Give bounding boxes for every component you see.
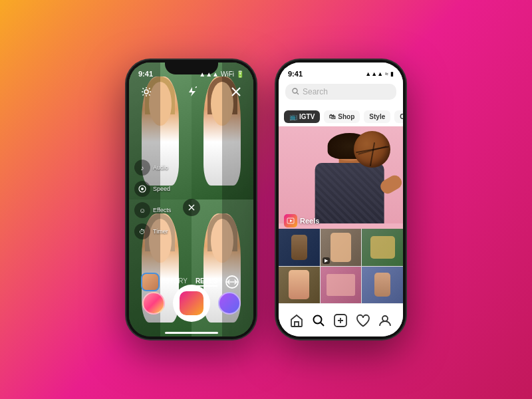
settings-button[interactable]	[137, 82, 156, 101]
thumb-6[interactable]	[362, 267, 403, 303]
svg-point-10	[293, 88, 297, 93]
igtv-icon: 📺	[289, 113, 297, 120]
thumb-1[interactable]	[279, 229, 320, 265]
camera-side-controls: ♪ Audio Speed ☺ Effects ⏱ Timer	[134, 160, 171, 239]
timer-label: Timer	[153, 228, 168, 235]
right-status-bar: 9:41 ▲▲▲ ≈ ▮	[279, 63, 403, 81]
search-bar[interactable]: Search	[279, 81, 403, 102]
left-status-bar: 9:41 ▲▲▲ WiFi 🔋	[129, 63, 253, 81]
svg-line-1	[196, 86, 197, 88]
camera-top-controls	[129, 82, 253, 101]
speed-label: Speed	[153, 186, 170, 192]
left-status-icons: ▲▲▲ WiFi 🔋	[199, 70, 244, 78]
left-time: 9:41	[138, 70, 153, 78]
svg-point-5	[141, 188, 144, 190]
signal-icon-r: ▲▲▲	[365, 70, 383, 77]
search-placeholder: Search	[303, 87, 328, 96]
flash-button[interactable]	[182, 82, 201, 101]
record-button-inner	[180, 291, 203, 315]
search-icon	[292, 88, 299, 96]
speed-icon	[134, 181, 150, 197]
cancel-button[interactable]	[183, 199, 200, 216]
tab-comics[interactable]: Comics	[394, 110, 403, 123]
reels-label: Reels	[284, 214, 319, 227]
wifi-icon-r: ≈	[385, 70, 388, 77]
thumb-2-badge: ▶	[323, 257, 330, 264]
main-content-image	[279, 126, 403, 223]
wifi-icon: WiFi	[221, 70, 234, 78]
search-box[interactable]: Search	[285, 84, 396, 100]
left-screen: 9:41 ▲▲▲ WiFi 🔋 ♪ Audio	[129, 63, 253, 336]
filter-button[interactable]	[218, 292, 241, 315]
right-status-icons: ▲▲▲ ≈ ▮	[365, 70, 394, 77]
right-time: 9:41	[288, 70, 303, 78]
effects-icon: ☺	[134, 202, 150, 218]
thumb-3[interactable]	[362, 229, 403, 265]
timer-icon: ⏱	[134, 223, 150, 239]
capture-buttons	[129, 285, 253, 322]
reels-badge-icon	[284, 214, 297, 227]
right-home-indicator	[315, 332, 368, 334]
left-phone: 9:41 ▲▲▲ WiFi 🔋 ♪ Audio	[126, 60, 256, 339]
effects-control[interactable]: ☺ Effects	[134, 202, 171, 218]
category-tabs: 📺 IGTV 🛍 Shop Style Comics	[279, 110, 403, 123]
thumb-4[interactable]	[279, 267, 320, 303]
signal-icon: ▲▲▲	[199, 70, 219, 78]
plus-nav-button[interactable]	[331, 311, 350, 330]
tab-style[interactable]: Style	[364, 110, 390, 123]
close-button[interactable]	[227, 82, 245, 101]
thumbnail-grid: ▶	[279, 229, 403, 303]
right-screen: 9:41 ▲▲▲ ≈ ▮ Search 📺 IGTV 🛍	[279, 63, 403, 336]
svg-line-14	[321, 323, 324, 326]
heart-nav-button[interactable]	[354, 311, 372, 330]
svg-point-0	[144, 90, 148, 94]
sticker-button[interactable]	[142, 292, 165, 315]
battery-icon: 🔋	[236, 70, 244, 78]
home-nav-button[interactable]	[287, 311, 306, 330]
svg-point-18	[382, 316, 388, 321]
thumb-2[interactable]: ▶	[321, 229, 362, 265]
record-button[interactable]	[173, 285, 210, 322]
audio-label: Audio	[153, 164, 168, 171]
tab-shop[interactable]: 🛍 Shop	[324, 110, 360, 123]
thumb-5[interactable]	[321, 267, 362, 303]
torso	[315, 163, 384, 224]
svg-point-13	[314, 315, 322, 323]
search-nav-button[interactable]	[309, 311, 328, 330]
explore-content: Reels ▶	[279, 126, 403, 303]
tab-igtv[interactable]: 📺 IGTV	[284, 110, 320, 123]
reels-text: Reels	[300, 217, 319, 225]
audio-icon: ♪	[134, 160, 150, 176]
shop-icon: 🛍	[329, 113, 336, 120]
speed-control[interactable]: Speed	[134, 181, 171, 197]
effects-label: Effects	[153, 207, 171, 213]
profile-nav-button[interactable]	[376, 311, 394, 330]
right-phone: 9:41 ▲▲▲ ≈ ▮ Search 📺 IGTV 🛍	[276, 60, 406, 339]
svg-marker-12	[290, 219, 293, 222]
timer-control[interactable]: ⏱ Timer	[134, 223, 171, 239]
left-home-indicator	[165, 332, 218, 334]
audio-control[interactable]: ♪ Audio	[134, 160, 171, 176]
battery-icon-r: ▮	[390, 70, 394, 77]
svg-line-11	[297, 92, 299, 94]
